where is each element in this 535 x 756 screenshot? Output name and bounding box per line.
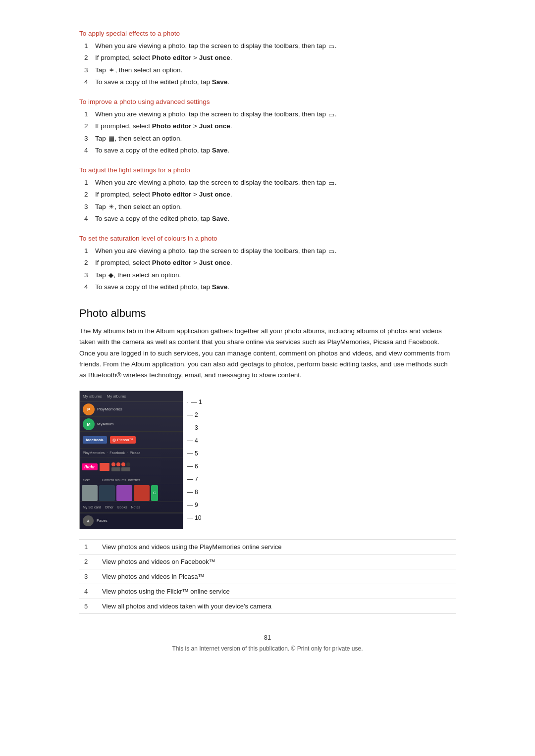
step-item: 1 When you are viewing a photo, tap the … [84, 246, 456, 256]
section-title-improve-photo: To improve a photo using advanced settin… [79, 98, 456, 105]
step-item: 2 If prompted, select Photo editor > Jus… [84, 121, 456, 131]
step-item: 2 If prompted, select Photo editor > Jus… [84, 258, 456, 268]
legend-row-4: 4 View photos using the Flickr™ online s… [79, 584, 456, 599]
step-item: 3 Tap ⧧, then select an option. [84, 65, 456, 75]
step-item: 4 To save a copy of the edited photo, ta… [84, 77, 456, 87]
legend-table: 1 View photos and videos using the PlayM… [79, 539, 456, 614]
legend-text-3: View photos and videos in Picasa™ [97, 569, 456, 584]
legend-num-5: 5 [79, 599, 97, 614]
steps-adjust-light: 1 When you are viewing a photo, tap the … [84, 178, 456, 224]
step-item: 3 Tap ◆, then select an option. [84, 270, 456, 280]
legend-text-2: View photos and videos on Facebook™ [97, 554, 456, 569]
steps-saturation: 1 When you are viewing a photo, tap the … [84, 246, 456, 292]
steps-special-effects: 1 When you are viewing a photo, tap the … [84, 41, 456, 87]
step-item: 3 Tap ▦, then select an option. [84, 134, 456, 144]
step-item: 1 When you are viewing a photo, tap the … [84, 41, 456, 51]
step-item: 1 When you are viewing a photo, tap the … [84, 109, 456, 119]
legend-num-2: 2 [79, 554, 97, 569]
section-title-special-effects: To apply special effects to a photo [79, 30, 456, 37]
section-saturation: To set the saturation level of colours i… [79, 235, 456, 292]
step-item: 1 When you are viewing a photo, tap the … [84, 178, 456, 188]
camera-edit-icon-3: ▭ [328, 178, 334, 188]
sun-icon: ☀ [108, 202, 114, 212]
step-item: 4 To save a copy of the edited photo, ta… [84, 214, 456, 224]
photo-albums-section: Photo albums The My albums tab in the Al… [79, 307, 456, 614]
diagram-label-7: — 7 [187, 476, 202, 483]
steps-improve-photo: 1 When you are viewing a photo, tap the … [84, 109, 456, 155]
photo-albums-title: Photo albums [79, 307, 456, 320]
diagram-image: My albums My albums P PlayMemories M MyA… [79, 391, 183, 529]
phone-screen: My albums My albums P PlayMemories M MyA… [80, 391, 183, 529]
step-item: 4 To save a copy of the edited photo, ta… [84, 146, 456, 155]
photo-albums-desc: The My albums tab in the Album applicati… [79, 326, 456, 381]
legend-num-3: 3 [79, 569, 97, 584]
section-adjust-light: To adjust the light settings for a photo… [79, 166, 456, 224]
legend-num-1: 1 [79, 540, 97, 554]
diagram-label-4: — 4 [187, 437, 202, 444]
legend-row-5: 5 View all photos and videos taken with … [79, 599, 456, 614]
section-special-effects: To apply special effects to a photo 1 Wh… [79, 30, 456, 87]
camera-edit-icon-2: ▭ [328, 110, 334, 120]
legend-row-3: 3 View photos and videos in Picasa™ [79, 569, 456, 584]
step-item: 3 Tap ☀, then select an option. [84, 202, 456, 212]
camera-edit-icon-4: ▭ [328, 247, 334, 256]
legend-text-4: View photos using the Flickr™ online ser… [97, 584, 456, 599]
diagram-label-9: — 9 [187, 502, 202, 508]
diagram-area: My albums My albums P PlayMemories M MyA… [79, 391, 456, 529]
camera-edit-icon: ▭ [328, 42, 334, 51]
legend-text-1: View photos and videos using the PlayMem… [97, 540, 456, 554]
copyright-text: This is an Internet version of this publ… [79, 645, 456, 652]
section-title-saturation: To set the saturation level of colours i… [79, 235, 456, 242]
section-title-adjust-light: To adjust the light settings for a photo [79, 166, 456, 174]
fx-icon: ⧧ [108, 65, 115, 75]
step-item: 4 To save a copy of the edited photo, ta… [84, 282, 456, 292]
diagram-label-8: — 8 [187, 489, 202, 496]
diagram-label-2: — 2 [187, 411, 202, 418]
diagram-label-6: — 6 [187, 463, 202, 470]
legend-row-2: 2 View photos and videos on Facebook™ [79, 554, 456, 569]
grid-icon: ▦ [108, 134, 114, 144]
diagram-label-5: — 5 [187, 450, 202, 457]
page-footer: 81 This is an Internet version of this p… [79, 634, 456, 652]
legend-num-4: 4 [79, 584, 97, 599]
section-improve-photo: To improve a photo using advanced settin… [79, 98, 456, 155]
step-item: 2 If prompted, select Photo editor > Jus… [84, 53, 456, 63]
page-number: 81 [79, 634, 456, 641]
diagram-label-10: —10 [187, 514, 202, 521]
diagram-labels: — 1 — 2 — 3 — 4 — 5 — 6 — 7 — 8 — 9 —10 [183, 391, 202, 529]
color-wheel-icon: ◆ [108, 270, 113, 280]
step-item: 2 If prompted, select Photo editor > Jus… [84, 190, 456, 200]
legend-row-1: 1 View photos and videos using the PlayM… [79, 540, 456, 554]
diagram-label-3: — 3 [187, 424, 202, 431]
legend-text-5: View all photos and videos taken with yo… [97, 599, 456, 614]
diagram-label-1: — 1 [187, 399, 202, 405]
